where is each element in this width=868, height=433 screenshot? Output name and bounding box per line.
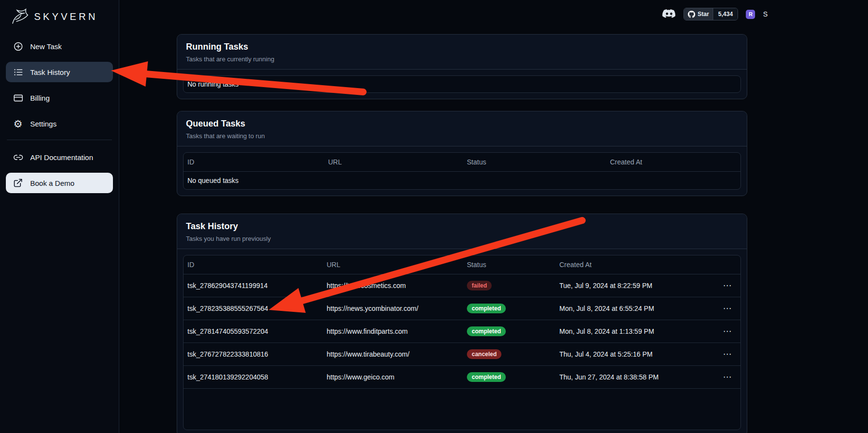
topbar: Star 5,434 R S	[662, 8, 768, 20]
book-demo-label: Book a Demo	[30, 179, 74, 187]
table-row[interactable]: tsk_274180139292204058 https://www.geico…	[184, 366, 741, 389]
section-subtitle: Tasks you have run previously	[186, 235, 738, 242]
skyvern-dragon-icon	[9, 6, 30, 27]
row-actions-button[interactable]: ⋯	[723, 304, 732, 313]
plus-circle-icon	[13, 41, 23, 52]
task-status-cell: completed	[463, 297, 555, 320]
task-id-cell: tsk_274180139292204058	[184, 366, 323, 389]
task-created-cell: Mon, Jul 8, 2024 at 6:55:24 PM	[555, 297, 714, 320]
section-subtitle: Tasks that are waiting to run	[186, 132, 738, 140]
row-actions-cell: ⋯	[714, 297, 741, 320]
task-id-cell: tsk_278147405593572204	[184, 320, 323, 343]
task-id-cell: tsk_276727822333810816	[184, 343, 323, 366]
task-url-cell: https://www.finditparts.com	[323, 320, 463, 343]
table-row[interactable]: tsk_278629043741199914 https://tartecosm…	[184, 274, 741, 297]
column-header-url: URL	[323, 255, 463, 274]
task-url-cell: https://news.ycombinator.com/	[323, 297, 463, 320]
clipped-label: S	[763, 10, 767, 18]
running-tasks-card: Running Tasks Tasks that are currently r…	[177, 34, 747, 99]
status-badge: failed	[467, 281, 492, 290]
running-tasks-header: Running Tasks Tasks that are currently r…	[177, 35, 747, 70]
avatar[interactable]: R	[746, 10, 755, 19]
sidebar-item-label: New Task	[30, 42, 62, 51]
task-history-header: Task History Tasks you have run previous…	[177, 214, 747, 249]
discord-icon[interactable]	[662, 9, 676, 19]
section-title: Task History	[186, 221, 738, 232]
row-actions-button[interactable]: ⋯	[723, 327, 732, 336]
row-actions-cell: ⋯	[714, 366, 741, 389]
main-content: Running Tasks Tasks that are currently r…	[177, 34, 747, 433]
github-icon	[688, 11, 695, 18]
sidebar: SKYVERN New Task Task History	[0, 0, 119, 433]
task-history-card: Task History Tasks you have run previous…	[177, 214, 747, 433]
sidebar-item-label: API Documentation	[30, 153, 93, 162]
status-badge: completed	[467, 326, 506, 336]
status-badge: completed	[467, 372, 506, 382]
task-url-cell: https://www.tirabeauty.com/	[323, 343, 463, 366]
column-header-created-at: Created At	[606, 153, 741, 172]
github-star-count: 5,434	[713, 8, 738, 20]
book-demo-button[interactable]: Book a Demo	[6, 173, 113, 193]
task-status-cell: completed	[463, 366, 555, 389]
sidebar-divider	[7, 140, 112, 140]
column-header-id: ID	[184, 255, 323, 274]
list-icon	[13, 67, 23, 77]
queued-tasks-table: ID URL Status Created At No queued tasks	[184, 153, 741, 189]
sidebar-item-task-history[interactable]: Task History	[6, 62, 113, 82]
task-status-cell: failed	[463, 274, 555, 297]
task-url-cell: https://tartecosmetics.com	[323, 274, 463, 297]
task-status-cell: completed	[463, 320, 555, 343]
queued-tasks-card: Queued Tasks Tasks that are waiting to r…	[177, 111, 747, 196]
column-header-actions	[714, 255, 741, 274]
sidebar-item-settings[interactable]: ⚙ Settings	[6, 113, 113, 134]
row-actions-button[interactable]: ⋯	[723, 350, 732, 359]
task-status-cell: canceled	[463, 343, 555, 366]
task-url-cell: https://www.geico.com	[323, 366, 463, 389]
sidebar-item-billing[interactable]: Billing	[6, 88, 113, 108]
status-badge: canceled	[467, 349, 501, 359]
row-actions-cell: ⋯	[714, 320, 741, 343]
column-header-created-at: Created At	[555, 255, 714, 274]
status-badge: completed	[467, 304, 506, 313]
section-title: Queued Tasks	[186, 119, 738, 129]
sidebar-nav: New Task Task History Billing ⚙ Settings	[0, 36, 119, 193]
row-actions-button[interactable]: ⋯	[723, 373, 732, 381]
brand-logo[interactable]: SKYVERN	[0, 0, 119, 27]
table-row[interactable]: tsk_278147405593572204 https://www.findi…	[184, 320, 741, 343]
github-star-label: Star	[698, 11, 709, 18]
sidebar-item-label: Billing	[30, 94, 50, 102]
column-header-status: Status	[463, 255, 555, 274]
column-header-url: URL	[324, 153, 463, 172]
running-empty-state: No running tasks	[184, 76, 740, 92]
task-created-cell: Mon, Jul 8, 2024 at 1:13:59 PM	[555, 320, 714, 343]
task-history-table: ID URL Status Created At tsk_27862904374…	[184, 255, 741, 389]
external-link-icon	[13, 178, 23, 188]
link-icon	[13, 152, 23, 162]
row-actions-button[interactable]: ⋯	[723, 281, 732, 290]
section-title: Running Tasks	[186, 42, 738, 52]
sidebar-item-label: Task History	[30, 68, 70, 76]
gear-icon: ⚙	[13, 119, 23, 129]
queued-empty-state: No queued tasks	[184, 172, 741, 190]
row-actions-cell: ⋯	[714, 274, 741, 297]
table-row[interactable]: tsk_278235388555267564 https://news.ycom…	[184, 297, 741, 320]
task-id-cell: tsk_278629043741199914	[184, 274, 323, 297]
brand-name: SKYVERN	[34, 11, 98, 22]
table-row[interactable]: tsk_276727822333810816 https://www.tirab…	[184, 343, 741, 366]
column-header-id: ID	[184, 153, 324, 172]
sidebar-item-api-documentation[interactable]: API Documentation	[6, 147, 113, 167]
credit-card-icon	[13, 93, 23, 103]
github-star-widget[interactable]: Star 5,434	[683, 8, 738, 20]
row-actions-cell: ⋯	[714, 343, 741, 366]
sidebar-item-label: Settings	[30, 120, 56, 128]
section-subtitle: Tasks that are currently running	[186, 55, 738, 63]
task-id-cell: tsk_278235388555267564	[184, 297, 323, 320]
sidebar-item-new-task[interactable]: New Task	[6, 36, 113, 56]
column-header-status: Status	[463, 153, 606, 172]
task-created-cell: Thu, Jun 27, 2024 at 8:38:58 PM	[555, 366, 714, 389]
task-created-cell: Tue, Jul 9, 2024 at 8:22:59 PM	[555, 274, 714, 297]
queued-tasks-header: Queued Tasks Tasks that are waiting to r…	[177, 111, 747, 146]
task-created-cell: Thu, Jul 4, 2024 at 5:25:16 PM	[555, 343, 714, 366]
